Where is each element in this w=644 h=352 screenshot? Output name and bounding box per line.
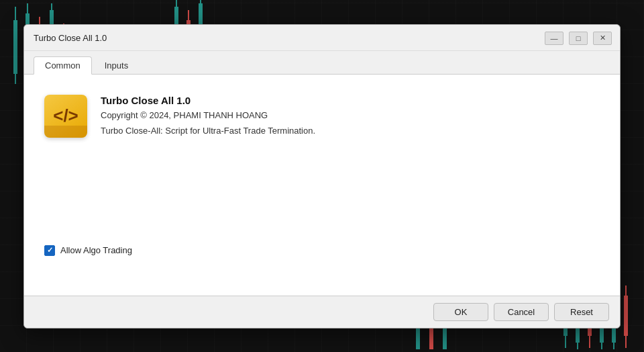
app-text-block: Turbo Close All 1.0 Copyright © 2024, PH… [101,95,315,136]
cancel-button[interactable]: Cancel [494,303,549,321]
svg-rect-1 [15,7,16,20]
app-info-section: </> Turbo Close All 1.0 Copyright © 2024… [44,95,600,138]
svg-rect-35 [601,343,602,349]
close-button[interactable]: ✕ [593,32,612,45]
svg-rect-10 [51,3,52,10]
svg-rect-39 [624,296,628,336]
algo-trading-label: Allow Algo Trading [60,245,132,255]
maximize-button[interactable]: □ [569,32,588,45]
svg-rect-0 [13,20,17,74]
app-icon: </> [44,95,87,138]
content-area: </> Turbo Close All 1.0 Copyright © 2024… [24,74,620,296]
svg-rect-2 [15,74,16,84]
minimize-button[interactable]: — [545,32,564,45]
svg-rect-16 [176,0,177,7]
app-icon-symbol: </> [53,105,78,126]
svg-rect-32 [589,336,590,348]
dialog-window: Turbo Close All 1.0 — □ ✕ Common Inputs … [23,24,621,328]
tab-inputs[interactable]: Inputs [93,56,140,74]
algo-trading-checkbox[interactable] [44,245,55,256]
svg-rect-29 [577,343,578,349]
window-controls: — □ ✕ [545,32,612,45]
svg-rect-26 [565,336,566,348]
app-name: Turbo Close All 1.0 [101,95,315,106]
dialog-footer: OK Cancel Reset [24,296,620,328]
algo-trading-section: Allow Algo Trading [44,245,600,256]
svg-rect-22 [200,0,201,3]
tab-bar: Common Inputs [24,51,620,74]
title-bar: Turbo Close All 1.0 — □ ✕ [24,25,620,51]
ok-button[interactable]: OK [433,303,488,321]
svg-rect-38 [613,343,614,349]
dialog-title: Turbo Close All 1.0 [34,33,107,43]
app-description: Turbo Close-All: Script for Ultra-Fast T… [101,126,315,136]
app-copyright: Copyright © 2024, PHAMI THANH HOANG [101,110,315,120]
svg-rect-40 [625,285,627,296]
svg-rect-4 [27,3,28,13]
svg-rect-19 [188,10,189,20]
reset-button[interactable]: Reset [554,303,609,321]
svg-rect-41 [625,336,627,348]
tab-common[interactable]: Common [34,56,92,75]
